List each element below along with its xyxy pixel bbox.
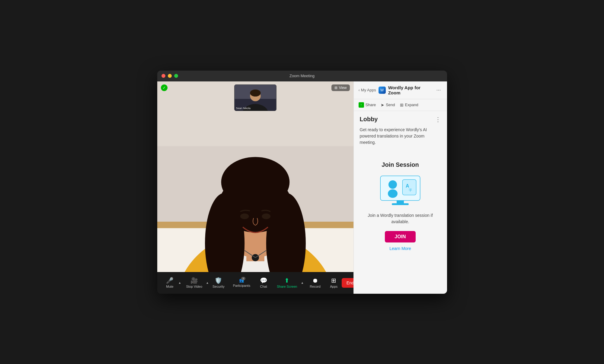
send-icon: ➤ (381, 103, 384, 107)
wordly-app-icon: W (379, 87, 386, 94)
share-screen-icon: ⬆ (284, 277, 289, 283)
back-chevron-icon: ‹ (359, 88, 360, 92)
svg-point-22 (240, 213, 249, 219)
view-button[interactable]: ⊞ View (331, 84, 350, 91)
svg-point-31 (388, 180, 397, 189)
share-screen-button[interactable]: ⬆ Share Screen (274, 276, 300, 290)
expand-icon: ⊞ (400, 103, 404, 107)
toolbar-right: End (342, 278, 353, 288)
mute-button[interactable]: 🎤 Mute (162, 276, 178, 290)
toolbar: 🎤 Mute ▲ 🎥 Stop Video ▲ (157, 272, 353, 294)
share-arrow-icon[interactable]: ▲ (300, 279, 304, 286)
record-button[interactable]: ⏺ Record (307, 276, 323, 290)
sidebar: ‹ My Apps W Wordly App for Zoom ··· ↑ Sh… (353, 81, 447, 294)
share-icon: ↑ (359, 102, 364, 108)
svg-point-23 (262, 213, 270, 219)
svg-point-32 (388, 189, 398, 198)
camera-icon: 🎥 (190, 277, 198, 283)
window-title: Zoom Meeting (289, 74, 315, 78)
grid-icon: ⊞ (334, 86, 337, 90)
end-button[interactable]: End (342, 278, 353, 288)
mute-group: 🎤 Mute ▲ (162, 276, 182, 290)
svg-rect-30 (392, 203, 409, 205)
stop-video-button[interactable]: 🎥 Stop Video (183, 276, 205, 290)
participants-button[interactable]: 👥 2 Participants (230, 276, 253, 289)
participants-icon-wrapper: 👥 2 (239, 278, 244, 283)
sidebar-content: Lobby ⋮ Get ready to experience Wordly's… (354, 111, 447, 294)
self-view-name: Sean Nikola (236, 107, 251, 110)
share-button[interactable]: ↑ Share (359, 102, 376, 108)
self-view-thumbnail[interactable]: Sean Nikola (234, 84, 276, 111)
chat-icon: 💬 (260, 277, 267, 283)
toolbar-center: 🛡️ Security 👥 2 Participants 💬 Chat (209, 276, 342, 290)
wordly-illustration: A 字 (376, 173, 424, 206)
video-area: ✓ ⊞ View (157, 81, 353, 294)
join-description: Join a Wordly translation session if ava… (360, 212, 441, 225)
lobby-header: Lobby ⋮ (360, 116, 441, 123)
mute-arrow-icon[interactable]: ▲ (178, 279, 182, 286)
apps-button[interactable]: ⊞ Apps (326, 276, 342, 290)
zoom-window: Zoom Meeting ✓ ⊞ View (157, 71, 447, 294)
security-shield-icon: ✓ (161, 84, 168, 91)
join-session-title: Join Session (360, 161, 441, 168)
microphone-icon: 🎤 (166, 277, 174, 283)
lobby-description: Get ready to experience Wordly's AI powe… (360, 127, 441, 146)
svg-point-5 (250, 89, 260, 96)
chat-button[interactable]: 💬 Chat (256, 276, 271, 290)
join-session-section: Join Session (354, 157, 447, 256)
more-options-icon[interactable]: ··· (435, 86, 442, 94)
share-screen-group: ⬆ Share Screen ▲ (274, 276, 304, 290)
main-video: ✓ ⊞ View (157, 81, 353, 272)
security-button[interactable]: 🛡️ Security (209, 276, 228, 290)
close-button[interactable] (161, 74, 165, 78)
toolbar-left: 🎤 Mute ▲ 🎥 Stop Video ▲ (162, 276, 209, 290)
stop-video-group: 🎥 Stop Video ▲ (183, 276, 209, 290)
main-area: ✓ ⊞ View (157, 81, 447, 294)
svg-point-21 (221, 157, 289, 207)
video-arrow-icon[interactable]: ▲ (205, 279, 209, 286)
svg-rect-34 (403, 180, 416, 195)
lobby-menu-icon[interactable]: ⋮ (435, 116, 441, 123)
learn-more-link[interactable]: Learn More (360, 246, 441, 251)
minimize-button[interactable] (168, 74, 172, 78)
join-button[interactable]: JOIN (385, 231, 415, 242)
security-icon: 🛡️ (215, 277, 222, 283)
titlebar: Zoom Meeting (157, 71, 447, 81)
send-button[interactable]: ➤ Send (381, 103, 395, 107)
lobby-title: Lobby (360, 116, 378, 123)
lobby-section: Lobby ⋮ Get ready to experience Wordly's… (354, 111, 447, 157)
apps-icon: ⊞ (331, 277, 336, 283)
traffic-lights (161, 74, 178, 78)
app-title: Wordly App for Zoom (388, 85, 433, 95)
maximize-button[interactable] (174, 74, 178, 78)
back-to-my-apps-link[interactable]: ‹ My Apps (359, 88, 376, 92)
svg-text:A: A (406, 183, 409, 188)
sidebar-action-bar: ↑ Share ➤ Send ⊞ Expand (354, 99, 447, 111)
record-icon: ⏺ (312, 277, 318, 283)
sidebar-header: ‹ My Apps W Wordly App for Zoom ··· (354, 81, 447, 99)
svg-text:字: 字 (409, 188, 412, 192)
expand-button[interactable]: ⊞ Expand (400, 103, 418, 107)
